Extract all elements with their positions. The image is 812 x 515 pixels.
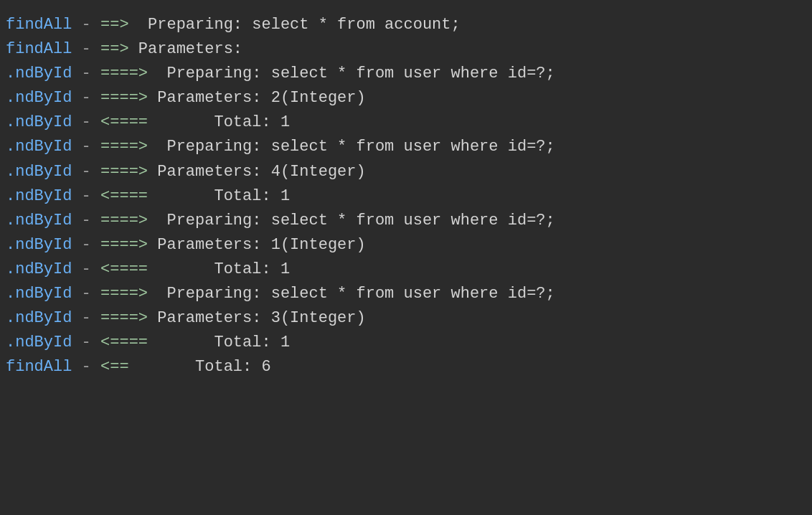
log-separator: -: [72, 37, 100, 62]
log-line: .ndById - <==== Total: 1: [0, 110, 812, 135]
log-prefix: findAll: [6, 37, 72, 62]
log-line: .ndById - ====> Preparing: select * from…: [0, 62, 812, 86]
log-separator: -: [72, 110, 100, 135]
log-prefix: .ndById: [6, 62, 72, 86]
log-arrow: ====>: [100, 62, 148, 86]
log-prefix: .ndById: [6, 135, 72, 159]
log-content: Preparing: select * from user where id=?…: [148, 209, 555, 233]
log-content: Total: 6: [129, 355, 271, 379]
log-content: Total: 1: [148, 184, 290, 209]
log-separator: -: [72, 282, 100, 306]
log-content: Parameters: 4(Integer): [148, 160, 366, 184]
log-prefix: .ndById: [6, 209, 72, 233]
log-content: Total: 1: [148, 110, 290, 135]
log-separator: -: [72, 355, 100, 379]
log-content: Parameters:: [129, 37, 242, 62]
log-arrow: <==: [100, 355, 129, 379]
log-arrow: <====: [100, 184, 148, 209]
log-line: .ndById - <==== Total: 1: [0, 258, 812, 282]
log-separator: -: [72, 306, 100, 331]
log-line: .ndById - <==== Total: 1: [0, 184, 812, 209]
log-separator: -: [72, 135, 100, 159]
log-separator: -: [72, 331, 100, 355]
log-line: findAll - <== Total: 6: [0, 355, 812, 379]
log-line: findAll - ==> Preparing: select * from a…: [0, 13, 812, 37]
log-content: Parameters: 1(Integer): [148, 233, 366, 258]
log-prefix: .ndById: [6, 86, 72, 110]
log-arrow: ==>: [100, 37, 129, 62]
log-prefix: .ndById: [6, 306, 72, 331]
log-line: findAll - ==> Parameters:: [0, 37, 812, 62]
log-arrow: ====>: [100, 233, 148, 258]
log-arrow: ==>: [100, 13, 129, 37]
console-output: findAll - ==> Preparing: select * from a…: [0, 7, 812, 508]
log-prefix: .ndById: [6, 233, 72, 258]
log-content: Total: 1: [148, 258, 290, 282]
log-content: Parameters: 3(Integer): [148, 306, 366, 331]
log-prefix: .ndById: [6, 258, 72, 282]
log-prefix: .ndById: [6, 331, 72, 355]
log-arrow: <====: [100, 258, 148, 282]
log-line: .ndById - ====> Parameters: 1(Integer): [0, 233, 812, 258]
log-line: .ndById - ====> Parameters: 4(Integer): [0, 160, 812, 184]
log-arrow: ====>: [100, 282, 148, 306]
log-line: .ndById - ====> Parameters: 3(Integer): [0, 306, 812, 331]
log-content: Preparing: select * from account;: [129, 13, 461, 37]
log-arrow: ====>: [100, 86, 148, 110]
log-arrow: <====: [100, 331, 148, 355]
log-content: Total: 1: [148, 331, 290, 355]
log-arrow: <====: [100, 110, 148, 135]
log-line: .ndById - <==== Total: 1: [0, 331, 812, 355]
log-content: Parameters: 2(Integer): [148, 86, 366, 110]
log-prefix: .ndById: [6, 110, 72, 135]
log-line: .ndById - ====> Preparing: select * from…: [0, 135, 812, 159]
log-arrow: ====>: [100, 160, 148, 184]
log-line: .ndById - ====> Parameters: 2(Integer): [0, 86, 812, 110]
log-arrow: ====>: [100, 209, 148, 233]
log-prefix: findAll: [6, 355, 72, 379]
log-separator: -: [72, 62, 100, 86]
log-separator: -: [72, 258, 100, 282]
log-prefix: findAll: [6, 13, 72, 37]
log-content: Preparing: select * from user where id=?…: [148, 62, 555, 86]
log-content: Preparing: select * from user where id=?…: [148, 282, 555, 306]
log-separator: -: [72, 13, 100, 37]
log-separator: -: [72, 233, 100, 258]
log-prefix: .ndById: [6, 160, 72, 184]
log-separator: -: [72, 160, 100, 184]
log-arrow: ====>: [100, 306, 148, 331]
log-prefix: .ndById: [6, 184, 72, 209]
log-separator: -: [72, 209, 100, 233]
log-prefix: .ndById: [6, 282, 72, 306]
log-arrow: ====>: [100, 135, 148, 159]
log-line: .ndById - ====> Preparing: select * from…: [0, 282, 812, 306]
log-separator: -: [72, 86, 100, 110]
log-line: .ndById - ====> Preparing: select * from…: [0, 209, 812, 233]
log-content: Preparing: select * from user where id=?…: [148, 135, 555, 159]
log-separator: -: [72, 184, 100, 209]
